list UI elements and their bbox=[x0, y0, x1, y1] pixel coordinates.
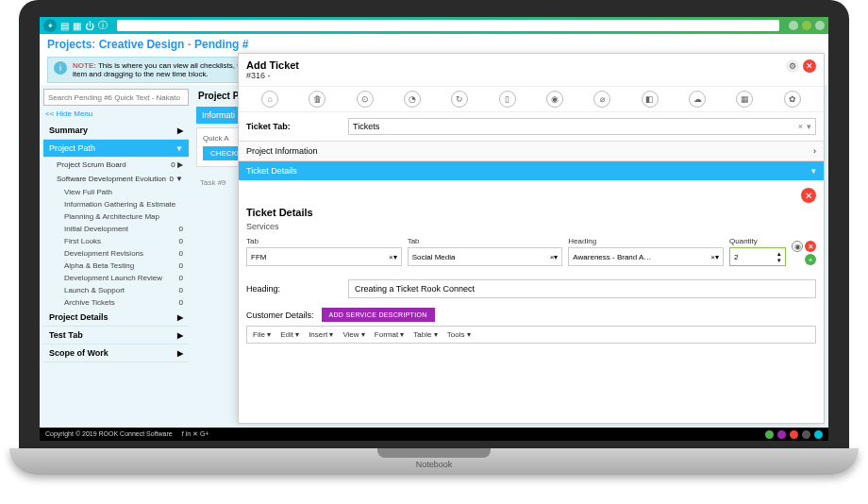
top-bar: ✦ ▤ ▦ ⏻ ⓘ bbox=[40, 17, 828, 34]
icon-globe[interactable]: ◉ bbox=[546, 91, 563, 108]
close-section-icon[interactable]: ✕ bbox=[801, 188, 816, 203]
ticket-tab-select[interactable]: Tickets ×▾ bbox=[348, 118, 816, 135]
editor-toolbar: File ▾ Edit ▾ Insert ▾ View ▾ Format ▾ T… bbox=[246, 326, 816, 344]
tab2-select[interactable]: Social Media×▾ bbox=[408, 247, 563, 266]
ss-initial-dev[interactable]: Initial Development0 bbox=[43, 223, 189, 235]
breadcrumb-project[interactable]: Creative Design bbox=[99, 38, 185, 51]
modal-icon-bar: ⌂ 🗑 ⊙ ◔ ↻ ▯ ◉ ⌀ ◧ ☁ ▦ ✿ bbox=[239, 86, 824, 112]
menu-test-tab[interactable]: Test Tab▶ bbox=[43, 327, 189, 344]
add-service-description-button[interactable]: ADD SERVICE DESCRIPTION bbox=[322, 308, 435, 322]
ticket-tab-row: Ticket Tab: Tickets ×▾ bbox=[239, 112, 824, 141]
menu-summary[interactable]: Summary▶ bbox=[43, 122, 189, 140]
chevron-down-icon: ▾ bbox=[811, 166, 816, 176]
app-screen: ✦ ▤ ▦ ⏻ ⓘ Projects: Creative Design - Pe… bbox=[40, 17, 828, 441]
app-logo-icon[interactable]: ✦ bbox=[43, 19, 57, 32]
modal-header: Add Ticket #316 - ⚙ ✕ bbox=[239, 54, 824, 86]
social-icons[interactable]: f in ✕ G+ bbox=[182, 430, 209, 437]
ss-archive[interactable]: Archive Tickets0 bbox=[43, 296, 189, 309]
note-text: This is where you can view all checklist… bbox=[98, 61, 253, 70]
screen-bezel: ✦ ▤ ▦ ⏻ ⓘ Projects: Creative Design - Pe… bbox=[19, 0, 849, 448]
menu-format[interactable]: Format ▾ bbox=[375, 330, 405, 339]
icon-grid[interactable]: ▦ bbox=[736, 91, 753, 108]
section-ticket-details[interactable]: Ticket Details▾ bbox=[239, 160, 824, 180]
ss-launch-review[interactable]: Development Launch Review0 bbox=[43, 272, 189, 284]
heading-input[interactable] bbox=[348, 279, 816, 298]
section-project-info[interactable]: Project Information› bbox=[239, 141, 824, 160]
close-icon[interactable]: ✕ bbox=[803, 59, 816, 73]
ss-planning[interactable]: Planning & Architecture Map bbox=[43, 210, 189, 223]
services-label: Services bbox=[246, 222, 816, 231]
copyright: Copyright © 2019 ROOK Connect Software bbox=[45, 430, 173, 437]
clear-icon[interactable]: × bbox=[798, 122, 803, 131]
sidebar: << Hide Menu Summary▶ Project Path▼ Proj… bbox=[40, 85, 192, 441]
menu-table[interactable]: Table ▾ bbox=[413, 330, 437, 339]
sub-scrum-board[interactable]: Project Scrum Board0 ▶ bbox=[43, 158, 189, 172]
ss-info-gathering[interactable]: Information Gathering & Estimate bbox=[43, 198, 189, 210]
breadcrumb-pending[interactable]: Pending # bbox=[194, 38, 248, 51]
hide-menu-link[interactable]: << Hide Menu bbox=[43, 106, 189, 122]
menu-project-details[interactable]: Project Details▶ bbox=[43, 309, 189, 327]
icon-doc[interactable]: ▯ bbox=[499, 91, 516, 108]
user-avatar-icon[interactable] bbox=[802, 21, 811, 30]
ss-dev-revisions[interactable]: Development Revisions0 bbox=[43, 247, 189, 260]
status-dot[interactable] bbox=[789, 21, 798, 30]
ss-view-full-path[interactable]: View Full Path bbox=[43, 186, 189, 198]
add-row-icon[interactable]: + bbox=[805, 254, 816, 265]
modal-subtitle: #316 - bbox=[246, 71, 299, 80]
clipboard-icon[interactable]: ▤ bbox=[60, 21, 69, 31]
icon-camera[interactable]: ⊙ bbox=[357, 91, 374, 108]
laptop-notch bbox=[377, 448, 491, 458]
icon-cloud[interactable]: ☁ bbox=[689, 91, 706, 108]
toggle-icon[interactable]: ⏻ bbox=[85, 21, 94, 31]
heading-field-row: Heading: bbox=[246, 279, 816, 298]
breadcrumb-projects[interactable]: Projects bbox=[47, 38, 92, 51]
ss-alpha-beta[interactable]: Alpha & Beta Testing0 bbox=[43, 260, 189, 272]
laptop-frame: ✦ ▤ ▦ ⏻ ⓘ Projects: Creative Design - Pe… bbox=[19, 0, 849, 491]
menu-insert[interactable]: Insert ▾ bbox=[309, 330, 333, 339]
menu-edit[interactable]: Edit ▾ bbox=[280, 330, 299, 339]
menu-tools[interactable]: Tools ▾ bbox=[447, 330, 471, 339]
menu-view[interactable]: View ▾ bbox=[342, 330, 364, 339]
chevron-down-icon: ▼ bbox=[175, 144, 183, 153]
menu-project-path[interactable]: Project Path▼ bbox=[43, 140, 189, 158]
settings-icon[interactable]: ⚙ bbox=[786, 59, 799, 73]
icon-tag[interactable]: ◧ bbox=[642, 91, 659, 108]
calendar-icon[interactable]: ▦ bbox=[73, 21, 81, 31]
status-grey-icon[interactable] bbox=[802, 430, 810, 439]
status-cyan-icon[interactable] bbox=[814, 430, 823, 439]
sub-dev-evolution[interactable]: Software Development Evolution0 ▼ bbox=[43, 172, 189, 186]
note-label: NOTE: bbox=[73, 61, 96, 70]
breadcrumb: Projects: Creative Design - Pending # bbox=[40, 34, 828, 55]
chevron-right-icon: › bbox=[813, 146, 816, 156]
sidebar-search-input[interactable] bbox=[43, 89, 189, 106]
service-row: Tab FFM×▾ Tab Social Media×▾ Heading Awa… bbox=[246, 237, 816, 266]
icon-home[interactable]: ⌂ bbox=[261, 91, 278, 108]
delete-row-icon[interactable]: ✕ bbox=[805, 241, 816, 252]
menu-file[interactable]: File ▾ bbox=[253, 330, 271, 339]
info-icon[interactable]: ⓘ bbox=[98, 19, 108, 32]
ticket-tab-label: Ticket Tab: bbox=[246, 122, 341, 131]
status-red-icon[interactable] bbox=[790, 430, 798, 439]
status-purple-icon[interactable] bbox=[777, 430, 786, 439]
heading-field-label: Heading: bbox=[246, 284, 341, 294]
icon-link[interactable]: ⌀ bbox=[593, 91, 610, 108]
icon-clock[interactable]: ◔ bbox=[404, 91, 421, 108]
view-icon[interactable]: ◉ bbox=[792, 241, 803, 252]
chevron-down-icon[interactable]: ▾ bbox=[807, 122, 811, 131]
col-heading-label: Heading bbox=[568, 237, 724, 245]
laptop-label: Notebook bbox=[416, 460, 453, 469]
menu-scope[interactable]: Scope of Work▶ bbox=[43, 344, 189, 362]
status-green-icon[interactable] bbox=[765, 430, 774, 439]
icon-star[interactable]: ✿ bbox=[784, 91, 801, 108]
details-title: Ticket Details bbox=[246, 207, 816, 218]
notification-icon[interactable] bbox=[815, 21, 825, 30]
tab1-select[interactable]: FFM×▾ bbox=[246, 247, 402, 266]
heading-select[interactable]: Awareness - Brand A…×▾ bbox=[568, 247, 724, 266]
ss-launch-support[interactable]: Launch & Support0 bbox=[43, 284, 189, 296]
quantity-stepper[interactable]: 2▴▾ bbox=[729, 247, 786, 266]
chevron-right-icon: ▶ bbox=[177, 331, 183, 340]
icon-refresh[interactable]: ↻ bbox=[451, 91, 468, 108]
icon-trash[interactable]: 🗑 bbox=[309, 91, 326, 108]
ss-first-looks[interactable]: First Looks0 bbox=[43, 235, 189, 247]
global-search-input[interactable] bbox=[117, 20, 779, 31]
